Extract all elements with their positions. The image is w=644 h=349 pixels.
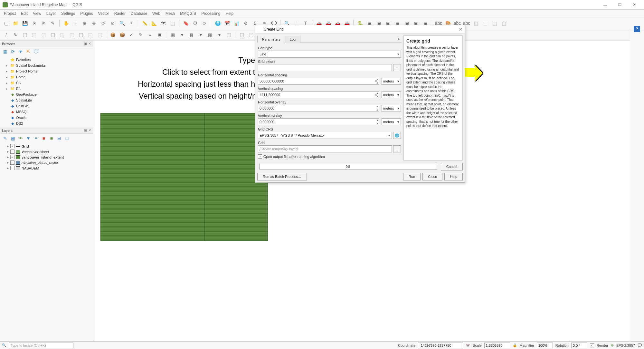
toolbar-button[interactable]: ⬚ — [49, 31, 57, 39]
properties-icon[interactable]: ⓘ — [33, 48, 39, 55]
voverlay-input[interactable]: 0.000000 — [258, 118, 379, 125]
add-layer-icon[interactable]: ▦ — [2, 48, 8, 55]
menu-database[interactable]: Database — [128, 10, 150, 17]
toolbar-button[interactable]: ⬚ — [95, 31, 104, 39]
toolbar-button[interactable]: 📏 — [140, 19, 149, 27]
hoverlay-unit-select[interactable]: meters▾ — [382, 105, 401, 112]
toolbar-button[interactable]: ⬚ — [39, 31, 48, 39]
menu-vector[interactable]: Vector — [96, 10, 112, 17]
toolbar-button[interactable]: ⟳ — [99, 19, 108, 27]
output-picker-button[interactable]: … — [393, 145, 401, 152]
tab-parameters[interactable]: Parameters — [257, 36, 285, 43]
spinner-icon[interactable]: ▲▼ — [375, 105, 380, 112]
coordinate-input[interactable] — [418, 343, 463, 348]
magnifier-input[interactable] — [537, 343, 553, 348]
locate-input[interactable]: Type to locate (Ctrl+K) — [9, 343, 73, 348]
messages-icon[interactable]: 💬 — [638, 343, 642, 347]
filter-icon[interactable]: ▼ — [17, 48, 24, 55]
browser-item[interactable]: ◆DB2 — [0, 121, 93, 126]
hspacing-unit-select[interactable]: meters▾ — [382, 78, 401, 85]
layer-opts-icon[interactable]: □ — [64, 135, 70, 141]
layer-edit2-icon[interactable]: ■ — [48, 135, 55, 141]
toolbar-button[interactable]: 🗺 — [159, 19, 167, 27]
grid-extent-input[interactable] — [258, 64, 392, 71]
toolbar-button[interactable]: ▾ — [196, 31, 205, 39]
hspacing-input[interactable]: 500000.000000✕ — [258, 78, 379, 85]
extent-picker-button[interactable]: … — [393, 64, 401, 71]
style-icon[interactable]: ✎ — [2, 135, 8, 141]
layer-item[interactable]: ▸NASADEM — [0, 165, 93, 171]
close-button[interactable]: ✕ — [627, 0, 641, 9]
menu-settings[interactable]: Settings — [59, 10, 78, 17]
toolbar-button[interactable]: 📁 — [11, 19, 20, 27]
toolbar-button[interactable]: ⬚ — [481, 19, 489, 27]
scale-input[interactable] — [484, 343, 510, 348]
toolbar-button[interactable]: ⏱ — [191, 19, 199, 27]
toolbar-button[interactable]: ⎗ — [39, 19, 48, 27]
hoverlay-input[interactable]: 0.000000 — [258, 105, 379, 112]
layer-item[interactable]: ▸✓Grid — [0, 143, 93, 149]
toolbar-button[interactable]: ⬚ — [238, 31, 246, 39]
toolbar-button[interactable]: ✎ — [49, 19, 57, 27]
toolbar-button[interactable]: ⬚ — [71, 19, 80, 27]
toolbar-button[interactable]: ⬚ — [67, 31, 76, 39]
toolbar-button[interactable]: ▦ — [187, 31, 195, 39]
toolbar-button[interactable]: 📊 — [232, 19, 241, 27]
browser-item[interactable]: ⭐Favorites — [0, 57, 93, 63]
panel-close-icon[interactable]: ▣ ✕ — [84, 128, 91, 132]
toolbar-button[interactable]: ▢ — [2, 19, 10, 27]
refresh-icon[interactable]: ⟳ — [10, 48, 16, 55]
toolbar-button[interactable]: ⬚ — [247, 31, 255, 39]
toolbar-button[interactable]: ⬚ — [21, 31, 29, 39]
toolbar-button[interactable]: 📦 — [118, 31, 126, 39]
spinner-icon[interactable]: ▲▼ — [375, 118, 380, 125]
extents-icon[interactable]: 🐭 — [466, 343, 470, 347]
layer-item[interactable]: ▸elevation_virtual_raster — [0, 160, 93, 165]
toolbar-button[interactable]: ▾ — [215, 31, 223, 39]
grid-type-select[interactable]: Line▾ — [258, 51, 401, 58]
toolbar-button[interactable]: ⬚ — [86, 31, 94, 39]
menu-web[interactable]: Web — [150, 10, 163, 17]
menu-mesh[interactable]: Mesh — [163, 10, 177, 17]
toolbar-button[interactable]: 📅 — [223, 19, 231, 27]
toolbar-button[interactable]: ⊖ — [90, 19, 98, 27]
search-icon[interactable]: 🔍 — [2, 343, 6, 347]
menu-view[interactable]: View — [30, 10, 44, 17]
toolbar-button[interactable]: ⬚ — [30, 31, 38, 39]
epsg-label[interactable]: EPSG:3857 — [616, 344, 635, 347]
toolbar-button[interactable]: ⬚ — [224, 31, 233, 39]
toolbar-button[interactable]: ▾ — [178, 31, 186, 39]
toolbar-button[interactable]: ≡ — [146, 31, 154, 39]
toolbar-button[interactable]: ⊙ — [109, 19, 117, 27]
toolbar-button[interactable]: 📐 — [150, 19, 158, 27]
filter-layers-icon[interactable]: ▼ — [25, 135, 32, 141]
maximize-button[interactable]: ❐ — [612, 0, 627, 9]
toolbar-button[interactable]: ⬚ — [58, 31, 66, 39]
toolbar-button[interactable]: ✋ — [62, 19, 70, 27]
voverlay-unit-select[interactable]: meters▾ — [382, 118, 401, 125]
dialog-close-icon[interactable]: ✕ — [459, 27, 463, 32]
toolbar-button[interactable]: / — [2, 31, 10, 39]
toolbar-button[interactable]: ⬚ — [168, 19, 177, 27]
close-dialog-button[interactable]: Close — [422, 173, 442, 180]
grid-crs-select[interactable]: EPSG:3857 - WGS 84 / Pseudo-Mercator▾ — [258, 132, 392, 139]
toolbar-button[interactable]: 💾 — [21, 19, 29, 27]
visibility-icon[interactable]: 👁 — [17, 135, 24, 141]
toolbar-button[interactable]: ✓ — [127, 31, 136, 39]
toolbar-button[interactable]: ⌖ — [127, 19, 136, 27]
toolbar-button[interactable]: ⬚ — [500, 19, 508, 27]
panel-close-icon[interactable]: ▣ ✕ — [84, 42, 91, 46]
toolbar-button[interactable]: ⬚ — [490, 19, 499, 27]
toolbar-button[interactable]: 🔍 — [118, 19, 126, 27]
toolbar-button[interactable]: ⬚ — [472, 19, 480, 27]
browser-item[interactable]: ◆MSSQL — [0, 109, 93, 115]
dialog-titlebar[interactable]: Create Grid ✕ — [255, 25, 465, 34]
menu-plugins[interactable]: Plugins — [78, 10, 95, 17]
collapse-icon[interactable]: ⇱ — [25, 48, 32, 55]
minimize-button[interactable]: — — [598, 0, 612, 9]
menu-help[interactable]: Help — [223, 10, 236, 17]
chevron-right-icon[interactable]: ▸ — [397, 35, 402, 43]
toolbar-button[interactable]: ⊕ — [80, 19, 89, 27]
batch-button[interactable]: Run as Batch Process… — [257, 173, 307, 180]
menu-edit[interactable]: Edit — [18, 10, 30, 17]
